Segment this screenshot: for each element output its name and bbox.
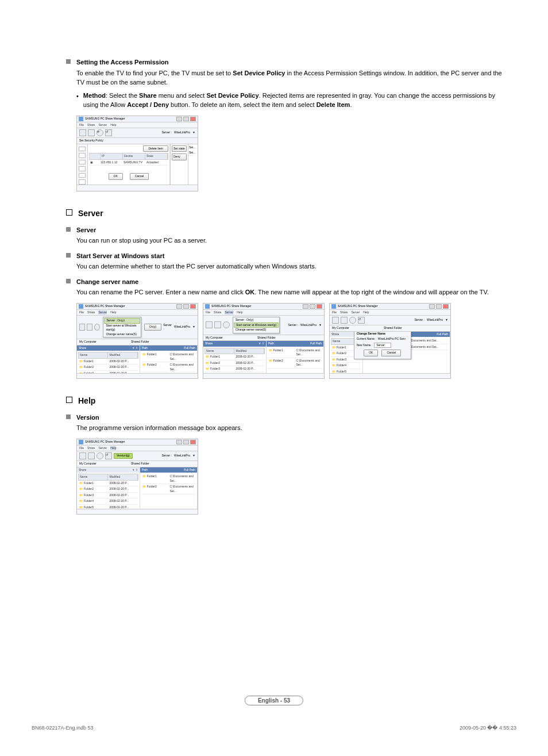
- change-name-item: Change server name: [66, 277, 505, 287]
- square-bullet-icon: [66, 253, 71, 258]
- deny-button[interactable]: Deny: [172, 153, 187, 160]
- outline-square-icon: [66, 209, 72, 216]
- server-section-heading: Server: [66, 208, 505, 220]
- cancel-button[interactable]: Cancel: [130, 173, 149, 180]
- dlg-ok-button[interactable]: OK: [364, 350, 378, 356]
- access-permission-heading: Setting the Access Permission: [66, 57, 505, 67]
- access-title: Setting the Access Permission: [76, 57, 168, 67]
- dialog-subtitle: Set Security Policy: [77, 138, 198, 144]
- server-on-screenshot: SAMSUNG PC Share Manager FileShareServer…: [76, 303, 198, 379]
- ok-button[interactable]: OK: [109, 173, 123, 180]
- version-item: Version: [66, 413, 505, 423]
- delete-item-button[interactable]: Delete Item: [143, 145, 168, 152]
- help-section-heading: Help: [66, 395, 505, 407]
- window-controls: [176, 117, 196, 121]
- square-bullet-icon: [66, 59, 71, 64]
- policy-row: ▣ 123.456.1.12 SAMSUNG TV Accepted: [89, 160, 168, 166]
- toolbar: ⟳↺ Server :WiseLinkPro▼: [77, 128, 198, 138]
- version-tooltip: Version(g): [114, 453, 133, 459]
- set-device-policy-screenshot: SAMSUNG PC Share Manager FileShareServer…: [76, 116, 198, 191]
- access-paragraph: To enable the TV to find your PC, the TV…: [76, 68, 505, 87]
- footer-right: 2009-05-20 �� 4:55:23: [460, 725, 516, 731]
- start-server-body: You can determine whether to start the P…: [76, 262, 505, 271]
- outline-square-icon: [66, 397, 72, 403]
- start-at-windows-screenshot: SAMSUNG PC Share Manager FileShareServer…: [203, 303, 325, 379]
- new-name-input[interactable]: Server: [374, 343, 391, 348]
- server-item-body: You can run or stop using your PC as a s…: [76, 236, 505, 245]
- square-bullet-icon: [66, 279, 71, 283]
- change-name-body: You can rename the PC server. Enter a ne…: [76, 287, 505, 297]
- policy-grid-header: IP Device State: [89, 153, 168, 160]
- page-number-pill: English - 53: [245, 696, 303, 705]
- version-body: The programme version information messag…: [76, 423, 505, 433]
- server-item: Server: [66, 225, 505, 235]
- left-rail: [77, 144, 88, 185]
- help-version-screenshot: SAMSUNG PC Share Manager FileShareServer…: [76, 439, 198, 515]
- square-bullet-icon: [66, 227, 71, 232]
- dlg-cancel-button[interactable]: Cancel: [381, 350, 401, 356]
- print-footer: BN68-02217A-Eng.indb 53 2009-05-20 �� 4:…: [32, 725, 516, 731]
- set-state-button[interactable]: Set state: [172, 145, 187, 152]
- bullet-dot-icon: •: [76, 91, 79, 110]
- footer-left: BN68-02217A-Eng.indb 53: [32, 725, 94, 731]
- menubar: FileShareServerHelp: [77, 122, 198, 129]
- start-server-item: Start Server at Windows start: [66, 251, 505, 261]
- change-server-name-screenshot: SAMSUNG PC Share Manager FileShareServer…: [329, 303, 451, 379]
- app-icon: [79, 117, 83, 121]
- method-bullet: • Method: Select the Share menu and sele…: [76, 91, 505, 110]
- change-name-dialog: Change Server Name Current Name :WiseLin…: [354, 332, 411, 359]
- square-bullet-icon: [66, 415, 71, 419]
